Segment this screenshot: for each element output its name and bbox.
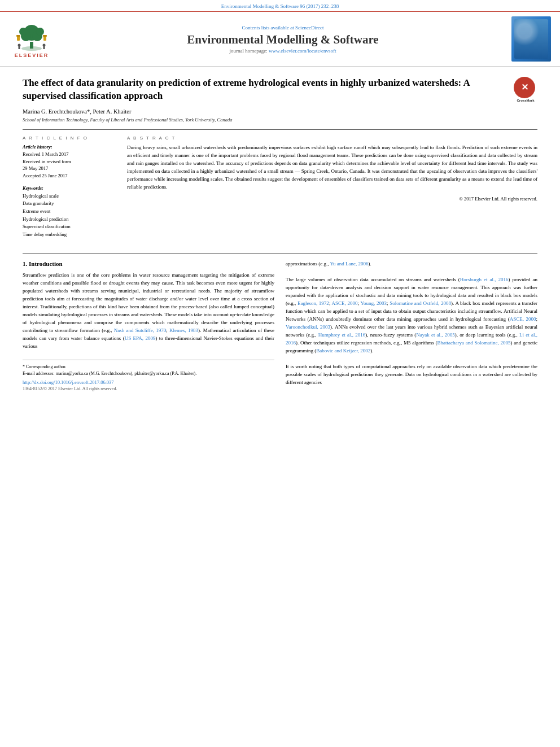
crossmark-label: CrossMark <box>514 98 537 103</box>
intro-body-right: approximations (e.g., Yu and Lane, 2006)… <box>286 260 537 386</box>
keyword-3: Extreme event <box>23 208 116 216</box>
copyright: © 2017 Elsevier Ltd. All rights reserved… <box>127 196 537 202</box>
humphrey-link[interactable]: Humphrey et al., 2016 <box>318 332 366 338</box>
asce2000b-link[interactable]: ASCE, 2000 <box>510 316 536 322</box>
svg-rect-10 <box>43 35 47 37</box>
klemes-link[interactable]: Klemes, 1983 <box>169 327 198 333</box>
main-content: The effect of data granularity on predic… <box>0 67 560 397</box>
header-divider <box>23 129 537 130</box>
svg-rect-7 <box>17 36 20 41</box>
article-info-heading: A R T I C L E I N F O <box>23 136 116 141</box>
sciencedirect-label: Contents lists available at ScienceDirec… <box>60 25 506 30</box>
keyword-2: Data granularity <box>23 200 116 208</box>
svg-rect-8 <box>16 35 20 37</box>
footnote-area: * Corresponding author. E-mail addresses… <box>23 360 274 377</box>
history-label: Article history: <box>23 144 116 150</box>
journal-header: ELSEVIER Contents lists available at Sci… <box>0 11 560 67</box>
keywords-section: Keywords: Hydrological scale Data granul… <box>23 185 116 239</box>
introduction-section: 1. Introduction Streamflow prediction is… <box>23 260 537 391</box>
abstract-heading: A B S T R A C T <box>127 136 537 141</box>
keyword-1: Hydrological scale <box>23 193 116 200</box>
svg-rect-9 <box>43 36 46 41</box>
svg-point-13 <box>43 43 46 46</box>
email-line: E-mail addresses: marina@yorku.ca (M.G. … <box>23 370 274 377</box>
keyword-4: Hydrological prediction <box>23 216 116 224</box>
intro-right-col: approximations (e.g., Yu and Lane, 2006)… <box>286 260 537 391</box>
corresponding-author: * Corresponding author. <box>23 364 274 370</box>
section-divider <box>23 253 537 254</box>
article-info-col: A R T I C L E I N F O Article history: R… <box>23 136 116 244</box>
article-info-abstract: A R T I C L E I N F O Article history: R… <box>23 136 537 244</box>
article-history: Article history: Received 1 March 2017 R… <box>23 144 116 180</box>
affiliation: School of Information Technology, Facult… <box>23 117 537 123</box>
journal-center: Contents lists available at ScienceDirec… <box>60 25 506 54</box>
svg-point-5 <box>19 28 27 36</box>
eagleson-link[interactable]: Eagleson, 1972 <box>298 300 329 306</box>
received-date: Received 1 March 2017 <box>23 151 116 158</box>
crossmark-icon: ✕ <box>514 77 535 98</box>
authors: Marina G. Erechtchoukova*, Peter A. Khai… <box>23 108 537 115</box>
intro-body-left: Streamflow prediction is one of the core… <box>23 272 274 350</box>
varoonchotikul-link[interactable]: Varoonchotikul, 2003 <box>286 324 330 330</box>
keyword-5: Supervised classification <box>23 223 116 231</box>
nayak-link[interactable]: Nayak et al., 2005 <box>416 332 455 338</box>
article-title: The effect of data granularity on predic… <box>23 77 537 103</box>
journal-title: Environmental Modelling & Software <box>60 33 506 47</box>
keywords-label: Keywords: <box>23 185 116 191</box>
babovic-link[interactable]: Babovic and Keijzer, 2002 <box>316 348 370 353</box>
abstract-col: A B S T R A C T During heavy rains, smal… <box>127 136 537 244</box>
received-revised-label: Received in revised form <box>23 158 116 165</box>
elsevier-tree-icon <box>15 20 49 51</box>
asce2000-link[interactable]: ASCE, 2000 <box>332 300 358 306</box>
horsburgh-link[interactable]: Horsburgh et al., 2016 <box>460 277 509 282</box>
yu-lane-link[interactable]: Yu and Lane, 2006 <box>330 261 368 267</box>
journal-homepage: journal homepage: www.elsevier.com/locat… <box>60 48 506 54</box>
abstract-text: During heavy rains, small urbanized wate… <box>127 144 537 191</box>
journal-citation: Environmental Modelling & Software 96 (2… <box>0 0 560 11</box>
svg-point-11 <box>18 43 21 46</box>
usepa-link[interactable]: US EPA, 2009 <box>125 335 156 341</box>
email2-link[interactable]: pkhaiter@yorku.ca <box>134 371 169 376</box>
crossmark-badge: ✕ CrossMark <box>514 77 537 101</box>
svg-rect-12 <box>19 46 20 49</box>
nash-sutcliffe-link[interactable]: Nash and Sutcliffe, 1970 <box>114 327 166 333</box>
accepted-date: Accepted 25 June 2017 <box>23 172 116 180</box>
email1-link[interactable]: marina@yorku.ca <box>56 371 88 376</box>
svg-point-1 <box>21 46 42 51</box>
bhattacharya-link[interactable]: Bhattacharya and Solomatine, 2005 <box>438 340 511 346</box>
svg-rect-14 <box>43 46 45 49</box>
young2003-link[interactable]: Young, 2003 <box>360 300 387 306</box>
revised-date: 29 May 2017 <box>23 165 116 172</box>
intro-section-title: 1. Introduction <box>23 260 274 267</box>
doi-line[interactable]: http://dx.doi.org/10.1016/j.envsoft.2017… <box>23 379 274 385</box>
elsevier-logo: ELSEVIER <box>9 20 54 58</box>
svg-point-6 <box>36 28 44 36</box>
journal-thumbnail <box>511 16 551 62</box>
issn-line: 1364-8152/© 2017 Elsevier Ltd. All right… <box>23 386 274 391</box>
citation-text: Environmental Modelling & Software 96 (2… <box>221 3 339 9</box>
elsevier-wordmark: ELSEVIER <box>15 53 49 58</box>
keyword-6: Time delay embedding <box>23 231 116 239</box>
solomatine-link[interactable]: Solomatine and Ostfeld, 2008 <box>390 300 451 306</box>
intro-left-col: 1. Introduction Streamflow prediction is… <box>23 260 274 391</box>
